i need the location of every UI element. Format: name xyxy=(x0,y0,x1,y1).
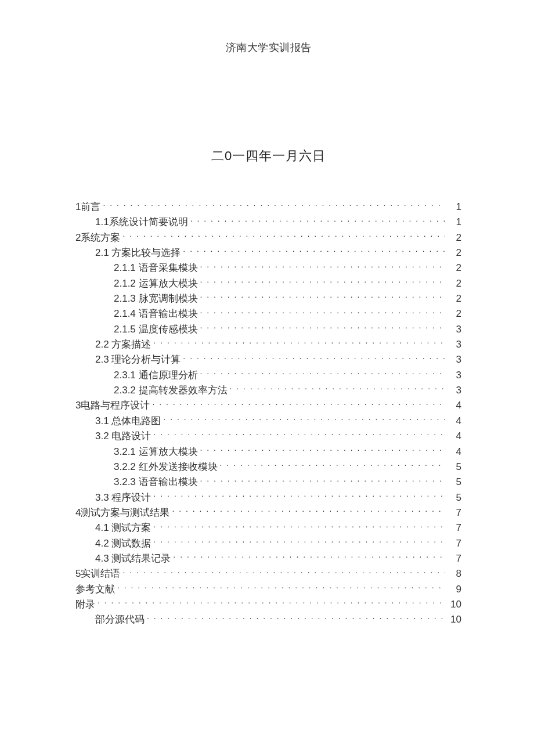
toc-entry-page: 2 xyxy=(448,306,461,321)
toc-entry: 3电路与程序设计4 xyxy=(75,398,461,413)
toc-leader-dots xyxy=(200,323,445,332)
toc-leader-dots xyxy=(200,277,445,287)
toc-leader-dots xyxy=(190,215,445,225)
toc-entry-page: 4 xyxy=(448,398,461,413)
running-header: 济南大学实训报告 xyxy=(75,41,461,55)
toc-entry: 3.1 总体电路图4 xyxy=(75,414,461,429)
toc-entry-page: 3 xyxy=(448,337,461,352)
toc-entry: 3.2.1 运算放大模块4 xyxy=(75,444,461,460)
toc-leader-dots xyxy=(172,506,445,516)
toc-entry-page: 9 xyxy=(448,582,461,597)
toc-entry-label: 2.1.2 运算放大模块 xyxy=(114,276,198,291)
toc-entry: 2.3.2 提高转发器效率方法3 xyxy=(75,383,461,398)
toc-leader-dots xyxy=(153,537,445,547)
toc-leader-dots xyxy=(147,613,445,623)
toc-entry-label: 4.1 测试方案 xyxy=(95,520,151,536)
toc-entry-label: 2.1.1 语音采集模块 xyxy=(114,261,198,276)
toc-entry: 3.2 电路设计4 xyxy=(75,429,461,444)
toc-entry-label: 3.2 电路设计 xyxy=(95,429,151,444)
toc-entry-page: 4 xyxy=(448,414,461,429)
toc-entry-label: 3.3 程序设计 xyxy=(95,490,151,505)
toc-leader-dots xyxy=(183,246,445,256)
toc-leader-dots xyxy=(200,445,445,455)
toc-entry-label: 2.1 方案比较与选择 xyxy=(95,245,181,261)
toc-leader-dots xyxy=(220,460,445,470)
toc-entry-page: 7 xyxy=(448,536,461,551)
toc-leader-dots xyxy=(153,429,445,439)
toc-entry: 4测试方案与测试结果7 xyxy=(75,505,461,520)
toc-leader-dots xyxy=(153,491,445,501)
toc-entry-page: 3 xyxy=(448,352,461,367)
toc-entry-label: 4.2 测试数据 xyxy=(95,536,151,551)
toc-entry-page: 2 xyxy=(448,276,461,291)
toc-entry-page: 10 xyxy=(448,597,461,612)
toc-entry: 2.1.3 脉宽调制模块2 xyxy=(75,291,461,306)
toc-entry-page: 2 xyxy=(448,291,461,306)
toc-entry-page: 3 xyxy=(448,383,461,398)
toc-entry-page: 5 xyxy=(448,490,461,505)
toc-entry: 4.1 测试方案7 xyxy=(75,520,461,536)
toc-entry-page: 2 xyxy=(448,245,461,261)
toc-entry-label: 2.1.5 温度传感模块 xyxy=(114,322,198,337)
toc-entry-label: 4.3 测试结果记录 xyxy=(95,551,171,566)
toc-entry: 部分源代码10 xyxy=(75,612,461,627)
toc-leader-dots xyxy=(153,521,445,531)
toc-entry-label: 5实训结语 xyxy=(75,566,120,581)
toc-entry-page: 5 xyxy=(448,475,461,490)
toc-entry-label: 附录 xyxy=(75,597,95,612)
toc-entry-label: 2.3.1 通信原理分析 xyxy=(114,368,198,383)
toc-leader-dots xyxy=(122,231,445,241)
toc-entry-page: 7 xyxy=(448,505,461,520)
toc-entry-label: 3.1 总体电路图 xyxy=(95,414,161,429)
toc-leader-dots xyxy=(200,368,445,378)
toc-entry: 3.2.2 红外发送接收模块5 xyxy=(75,460,461,475)
toc-leader-dots xyxy=(98,598,445,607)
toc-leader-dots xyxy=(200,292,445,302)
toc-entry: 2.1.5 温度传感模块3 xyxy=(75,322,461,337)
toc-leader-dots xyxy=(117,583,445,592)
table-of-contents: 1前言11.1系统设计简要说明12系统方案22.1 方案比较与选择22.1.1 … xyxy=(75,200,461,628)
toc-leader-dots xyxy=(230,384,445,393)
toc-leader-dots xyxy=(200,307,445,317)
toc-entry-label: 2.1.3 脉宽调制模块 xyxy=(114,291,198,306)
toc-entry: 5实训结语8 xyxy=(75,566,461,581)
toc-leader-dots xyxy=(103,200,445,210)
toc-entry-label: 2.3 理论分析与计算 xyxy=(95,352,181,367)
toc-entry-label: 2.2 方案描述 xyxy=(95,337,151,352)
toc-entry-page: 8 xyxy=(448,566,461,581)
toc-leader-dots xyxy=(122,567,445,577)
toc-entry-label: 2.1.4 语音输出模块 xyxy=(114,306,198,321)
toc-entry: 2系统方案2 xyxy=(75,230,461,245)
toc-entry-label: 1前言 xyxy=(75,200,100,215)
toc-entry-page: 4 xyxy=(448,429,461,444)
toc-entry: 1.1系统设计简要说明1 xyxy=(75,215,461,230)
toc-entry-page: 3 xyxy=(448,368,461,383)
toc-entry: 2.1.1 语音采集模块2 xyxy=(75,261,461,276)
toc-entry: 2.1.2 运算放大模块2 xyxy=(75,276,461,291)
toc-entry-label: 4测试方案与测试结果 xyxy=(75,505,169,520)
toc-entry-page: 10 xyxy=(448,612,461,627)
document-page: 济南大学实训报告 二0一四年一月六日 1前言11.1系统设计简要说明12系统方案… xyxy=(0,0,534,756)
toc-entry-page: 1 xyxy=(448,215,461,230)
toc-entry-label: 3.2.1 运算放大模块 xyxy=(114,444,198,460)
toc-entry: 2.1.4 语音输出模块2 xyxy=(75,306,461,321)
toc-leader-dots xyxy=(153,338,445,348)
toc-entry-label: 1.1系统设计简要说明 xyxy=(95,215,188,230)
toc-entry-label: 参考文献 xyxy=(75,582,115,597)
toc-leader-dots xyxy=(173,552,445,562)
toc-entry-page: 7 xyxy=(448,520,461,536)
toc-entry: 4.2 测试数据7 xyxy=(75,536,461,551)
toc-entry-page: 3 xyxy=(448,322,461,337)
toc-entry-label: 部分源代码 xyxy=(95,612,145,627)
toc-leader-dots xyxy=(152,399,445,408)
toc-entry-page: 2 xyxy=(448,230,461,245)
toc-entry-page: 7 xyxy=(448,551,461,566)
toc-entry: 2.1 方案比较与选择2 xyxy=(75,245,461,261)
toc-entry: 4.3 测试结果记录7 xyxy=(75,551,461,566)
toc-entry-label: 2.3.2 提高转发器效率方法 xyxy=(114,383,228,398)
date-line: 二0一四年一月六日 xyxy=(75,147,461,165)
toc-entry: 2.3.1 通信原理分析3 xyxy=(75,368,461,383)
toc-entry-page: 2 xyxy=(448,261,461,276)
toc-entry: 1前言1 xyxy=(75,200,461,215)
toc-entry-page: 4 xyxy=(448,444,461,460)
